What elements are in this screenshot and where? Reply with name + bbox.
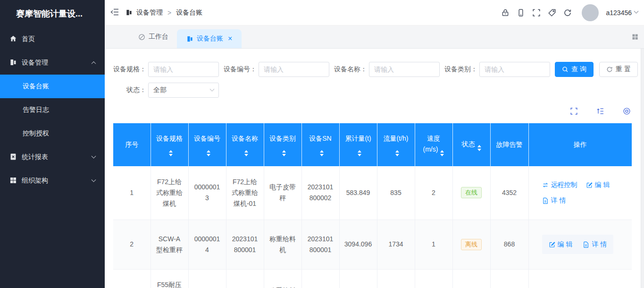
sidebar-item-device-ledger[interactable]: 设备台账: [0, 75, 105, 98]
reset-button[interactable]: 重 置: [599, 62, 638, 77]
cell-total: 583.849: [339, 166, 377, 220]
col-code[interactable]: 设备编号: [188, 123, 226, 166]
table-header-row: 序号 设备规格 设备编号 设备名称 设备类别 设备SN 累计量(t) 流量(t/…: [113, 123, 632, 166]
cell-flow: 835: [377, 166, 415, 220]
user-menu[interactable]: a123456: [606, 9, 638, 17]
cell-name: F55-111: [226, 269, 264, 288]
scrollbar[interactable]: [641, 49, 644, 288]
cell-code: 00000015: [188, 269, 226, 288]
username: a123456: [606, 9, 632, 17]
col-flow[interactable]: 流量(t/h): [377, 123, 415, 166]
breadcrumb-current: 设备台账: [176, 8, 202, 17]
detail-icon: [542, 197, 549, 204]
table-settings-icon[interactable]: [623, 107, 631, 115]
table-density-icon[interactable]: [596, 107, 604, 115]
cell-sn: 2023101800001: [301, 220, 339, 269]
search-button[interactable]: 查 询: [555, 62, 594, 77]
sidebar-item-control-auth[interactable]: 控制授权: [0, 122, 105, 145]
sort-icon[interactable]: [320, 150, 324, 156]
fullscreen-icon[interactable]: [532, 8, 541, 17]
edit-link[interactable]: 编 辑: [586, 179, 610, 190]
menu-fold-icon[interactable]: [110, 8, 119, 17]
cell-flow: [377, 269, 415, 288]
status-badge: 在线: [461, 187, 482, 198]
tab-label: 设备台账: [197, 34, 223, 43]
sidebar-item-org[interactable]: 组织架构: [0, 169, 105, 193]
sort-icon[interactable]: [207, 150, 210, 156]
refresh-icon[interactable]: [563, 8, 572, 17]
search-icon: [562, 66, 569, 73]
cell-total: 3094.096: [339, 220, 377, 269]
tab-device-ledger[interactable]: 设备台账 ×: [177, 29, 242, 48]
cell-index: 2: [113, 220, 151, 269]
spec-input[interactable]: [148, 62, 219, 77]
tab-workbench[interactable]: 工作台: [130, 25, 177, 49]
col-speed[interactable]: 速度(m/s): [415, 123, 452, 166]
cell-code: 00000014: [188, 220, 226, 269]
cell-flow: 1734: [377, 220, 415, 269]
sort-icon[interactable]: [358, 150, 361, 156]
chevron-down-icon: [92, 153, 96, 158]
sidebar-item-alarm-log[interactable]: 告警日志: [0, 98, 105, 122]
sidebar-item-device-mgmt[interactable]: 设备管理: [0, 51, 105, 75]
sidebar-subitem-label: 告警日志: [23, 106, 49, 114]
main-area: 设备管理 > 设备台账: [105, 0, 644, 288]
status-select[interactable]: 全部: [148, 83, 219, 98]
breadcrumb-parent[interactable]: 设备管理: [136, 8, 163, 17]
app-window: 赛摩智能计量设... 首页 设备管理 设备台账 告警日志 控制授权: [0, 0, 644, 288]
sort-icon[interactable]: [477, 145, 481, 151]
sort-icon[interactable]: [169, 150, 173, 156]
table-row: 1 F72上给式称重给煤机 00000013 F72上给式称重给煤机-01 电子…: [113, 166, 632, 220]
edit-link[interactable]: 编 辑: [549, 239, 573, 250]
name-input[interactable]: [369, 62, 440, 77]
sort-icon[interactable]: [440, 150, 444, 156]
grid-icon[interactable]: [631, 33, 639, 41]
cell-spec: F55耐压式称重给煤机: [151, 269, 188, 288]
sidebar-item-report[interactable]: 统计报表: [0, 145, 105, 169]
sidebar: 赛摩智能计量设... 首页 设备管理 设备台账 告警日志 控制授权: [0, 0, 105, 288]
detail-link[interactable]: 详 情: [542, 195, 566, 206]
sort-icon[interactable]: [395, 150, 399, 156]
edit-icon: [586, 182, 593, 188]
tab-label: 工作台: [149, 33, 168, 41]
cell-sn: 2023101800003: [301, 269, 339, 288]
workbench-icon: [138, 34, 145, 41]
cell-index: 3: [113, 269, 151, 288]
tabstrip: 工作台 设备台账 ×: [105, 25, 644, 49]
col-name[interactable]: 设备名称: [226, 123, 264, 166]
refresh-icon: [606, 66, 613, 73]
lock-icon[interactable]: [501, 8, 510, 17]
sidebar-item-home[interactable]: 首页: [0, 27, 105, 51]
category-input[interactable]: [479, 62, 550, 77]
col-total[interactable]: 累计量(t): [339, 123, 377, 166]
filter-row: 设备规格： 设备编号： 设备名称： 设备类别：: [113, 62, 638, 77]
cell-speed: [415, 269, 452, 288]
col-index: 序号: [113, 123, 151, 166]
detail-link[interactable]: 详 情: [583, 239, 607, 250]
cell-alarm: 4352: [490, 166, 528, 220]
filter-row-2: 状态： 全部: [113, 83, 638, 98]
cell-category: 称重给料机: [264, 220, 301, 269]
table-fullscreen-icon[interactable]: [570, 107, 578, 115]
code-input[interactable]: [259, 62, 329, 77]
col-spec[interactable]: 设备规格: [151, 123, 188, 166]
close-icon[interactable]: ×: [228, 35, 232, 42]
sidebar-subitem-label: 控制授权: [23, 129, 49, 138]
col-status[interactable]: 状态: [452, 123, 490, 166]
cell-total: 5048.63: [339, 269, 377, 288]
filter-label-category: 设备类别：: [444, 65, 477, 74]
breadcrumb-separator: >: [167, 9, 171, 17]
topbar: 设备管理 > 设备台账: [105, 0, 644, 25]
avatar[interactable]: [582, 4, 599, 21]
org-icon: [9, 177, 17, 186]
sort-icon[interactable]: [244, 150, 248, 156]
filter-label-spec: 设备规格：: [113, 65, 146, 74]
theme-icon[interactable]: [548, 8, 556, 17]
cell-name: 2023101800001: [226, 220, 264, 269]
mobile-icon[interactable]: [517, 8, 525, 17]
col-sn[interactable]: 设备SN: [301, 123, 339, 166]
sort-icon[interactable]: [282, 150, 286, 156]
cell-actions: 编 辑 详 情: [528, 220, 632, 269]
col-category[interactable]: 设备类别: [264, 123, 301, 166]
remote-control-link[interactable]: 远程控制: [542, 179, 577, 190]
